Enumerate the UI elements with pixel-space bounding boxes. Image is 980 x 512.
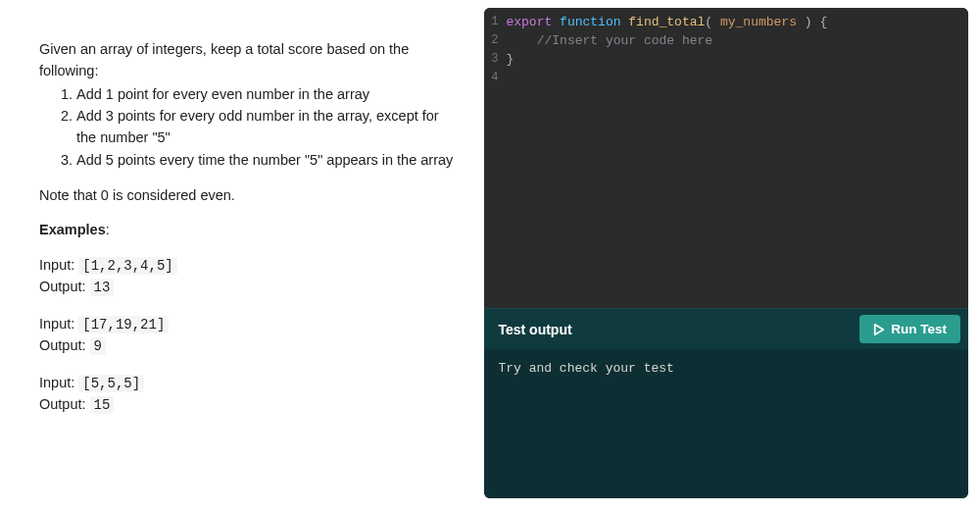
example-input-line: Input: [1,2,3,4,5] <box>39 255 455 277</box>
example-group: Input: [5,5,5] Output: 15 <box>39 373 455 416</box>
example-group: Input: [1,2,3,4,5] Output: 13 <box>39 255 455 298</box>
example-input-line: Input: [5,5,5] <box>39 373 455 394</box>
code-line[interactable]: 4 <box>484 70 968 86</box>
code-line[interactable]: 1export function find_total( my_numbers … <box>484 14 968 32</box>
example-output-line: Output: 9 <box>39 335 455 357</box>
line-number: 4 <box>484 70 506 86</box>
example-input-line: Input: [17,19,21] <box>39 314 455 335</box>
example-output-line: Output: 15 <box>39 394 455 416</box>
example-output-code: 9 <box>90 337 106 355</box>
examples-heading: Examples: <box>39 220 455 241</box>
example-input-code: [5,5,5] <box>78 375 144 392</box>
example-output-code: 13 <box>90 279 115 296</box>
example-output-code: 15 <box>90 396 115 414</box>
run-test-label: Run Test <box>891 322 947 336</box>
line-number: 3 <box>484 51 506 70</box>
code-line[interactable]: 3} <box>484 51 968 70</box>
line-content[interactable] <box>506 70 968 86</box>
problem-rule: Add 1 point for every even number in the… <box>76 84 455 106</box>
line-content[interactable]: } <box>506 51 968 70</box>
example-output-line: Output: 13 <box>39 277 455 298</box>
problem-panel: Given an array of integers, keep a total… <box>0 0 484 512</box>
problem-intro: Given an array of integers, keep a total… <box>39 39 455 82</box>
line-content[interactable]: export function find_total( my_numbers )… <box>506 14 968 32</box>
problem-rule: Add 3 points for every odd number in the… <box>76 106 455 149</box>
line-number: 2 <box>484 32 506 51</box>
editor-panel: 1export function find_total( my_numbers … <box>484 8 968 498</box>
play-icon <box>873 324 885 335</box>
line-content[interactable]: //Insert your code here <box>506 32 968 51</box>
line-number: 1 <box>484 14 506 32</box>
output-body: Try and check your test <box>484 349 968 498</box>
problem-rule: Add 5 points every time the number "5" a… <box>76 150 455 172</box>
example-input-code: [17,19,21] <box>78 316 169 333</box>
problem-note: Note that 0 is considered even. <box>39 185 455 207</box>
output-title: Test output <box>498 322 571 337</box>
code-line[interactable]: 2 //Insert your code here <box>484 32 968 51</box>
code-editor[interactable]: 1export function find_total( my_numbers … <box>484 8 968 308</box>
example-group: Input: [17,19,21] Output: 9 <box>39 314 455 357</box>
problem-rules-list: Add 1 point for every even number in the… <box>39 84 455 172</box>
output-header: Test output Run Test <box>484 308 968 349</box>
run-test-button[interactable]: Run Test <box>859 315 960 343</box>
example-input-code: [1,2,3,4,5] <box>78 257 176 275</box>
